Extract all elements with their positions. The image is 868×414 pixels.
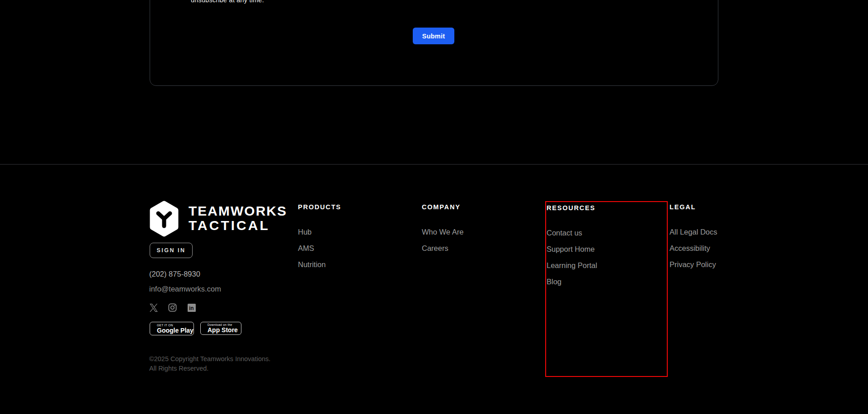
link-hub[interactable]: Hub [298, 228, 341, 236]
copyright-line2: All Rights Reserved. [149, 364, 270, 373]
google-play-badge-text: GET IT ON Google Play [157, 324, 193, 334]
link-careers[interactable]: Careers [422, 245, 463, 252]
store-badges-row: GET IT ON Google Play Download on the Ap… [150, 322, 241, 335]
footer-column-products: PRODUCTS Hub AMS Nutrition [298, 203, 341, 268]
footer-divider [0, 164, 868, 165]
company-links: Who We Are Careers [422, 228, 463, 252]
app-store-badge[interactable]: Download on the App Store [200, 322, 241, 335]
social-links-row: in [149, 303, 196, 312]
copyright-text: ©2025 Copyright Teamworks Innovations. A… [149, 354, 270, 373]
link-learning-portal[interactable]: Learning Portal [547, 262, 597, 269]
resources-heading: RESOURCES [547, 204, 597, 212]
x-social-link[interactable] [149, 303, 158, 312]
google-play-name: Google Play [157, 327, 193, 334]
google-play-badge[interactable]: GET IT ON Google Play [150, 322, 194, 335]
products-links: Hub AMS Nutrition [298, 228, 341, 268]
submit-button[interactable]: Submit [413, 28, 454, 44]
brand-wordmark-line1: TEAMWORKS [189, 204, 287, 218]
footer-column-resources: RESOURCES Contact us Support Home Learni… [547, 204, 597, 286]
link-all-legal-docs[interactable]: All Legal Docs [670, 228, 717, 236]
email-link[interactable]: info@teamworks.com [149, 285, 221, 293]
svg-text:in: in [189, 305, 194, 311]
brand-wordmark-line2: TACTICAL [189, 218, 287, 233]
company-heading: COMPANY [422, 203, 463, 211]
link-nutrition[interactable]: Nutrition [298, 261, 341, 268]
link-who-we-are[interactable]: Who We Are [422, 228, 463, 236]
link-accessibility[interactable]: Accessibility [670, 245, 717, 252]
link-privacy-policy[interactable]: Privacy Policy [670, 261, 717, 268]
linkedin-social-link[interactable]: in [187, 303, 196, 312]
link-support-home[interactable]: Support Home [547, 245, 597, 253]
link-ams[interactable]: AMS [298, 245, 341, 252]
copyright-line1: ©2025 Copyright Teamworks Innovations. [149, 354, 270, 364]
phone-link[interactable]: (202) 875-8930 [149, 270, 200, 278]
link-contact-us[interactable]: Contact us [547, 229, 597, 237]
linkedin-icon: in [188, 304, 196, 312]
brand-logo[interactable]: TEAMWORKS TACTICAL [149, 201, 268, 237]
instagram-icon [168, 303, 177, 312]
resources-links: Contact us Support Home Learning Portal … [547, 229, 597, 286]
app-store-badge-text: Download on the App Store [208, 323, 238, 334]
page: unsubscribe at any time. Submit TEAMWORK… [0, 0, 868, 414]
instagram-social-link[interactable] [168, 303, 177, 312]
legal-links: All Legal Docs Accessibility Privacy Pol… [670, 228, 717, 268]
products-heading: PRODUCTS [298, 203, 341, 211]
teamworks-hexagon-icon [149, 201, 179, 237]
legal-heading: LEGAL [670, 203, 717, 211]
app-store-name: App Store [208, 327, 238, 334]
brand-wordmark: TEAMWORKS TACTICAL [189, 204, 287, 233]
footer-column-company: COMPANY Who We Are Careers [422, 203, 463, 252]
newsletter-disclaimer-fragment: unsubscribe at any time. [191, 0, 264, 4]
footer-column-legal: LEGAL All Legal Docs Accessibility Priva… [670, 203, 717, 268]
link-blog[interactable]: Blog [547, 278, 597, 286]
sign-in-button[interactable]: SIGN IN [150, 243, 193, 258]
x-icon [150, 304, 158, 312]
